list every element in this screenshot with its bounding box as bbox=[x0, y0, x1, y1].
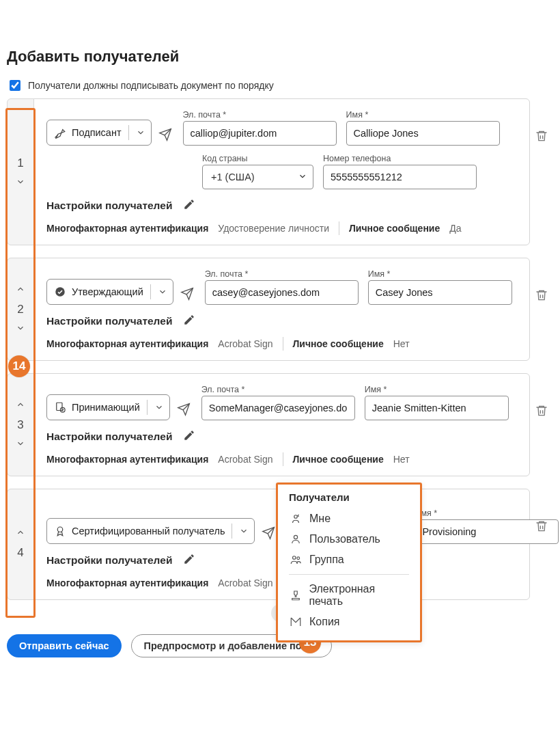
group-icon bbox=[289, 554, 303, 566]
document-accept-icon bbox=[54, 401, 66, 413]
country-code-select[interactable]: +1 (США) bbox=[202, 165, 313, 189]
private-msg-label: Личное сообщение bbox=[293, 454, 384, 465]
mfa-label: Многофакторная аутентификация bbox=[46, 454, 208, 465]
popup-item-label: Электронная печать bbox=[309, 583, 409, 608]
svg-point-5 bbox=[294, 535, 297, 539]
private-msg-value: Да bbox=[449, 223, 461, 234]
email-label: Эл. почта * bbox=[201, 385, 355, 394]
page-title: Добавить получателей bbox=[7, 48, 553, 66]
pencil-icon bbox=[183, 429, 195, 444]
mfa-value: Acrobat Sign bbox=[218, 338, 272, 349]
recipient-row: 1 Подписант bbox=[7, 98, 553, 245]
email-input[interactable] bbox=[205, 280, 359, 305]
delete-recipient-button[interactable] bbox=[531, 128, 552, 146]
cc-icon bbox=[289, 616, 303, 628]
delete-recipient-button[interactable] bbox=[531, 403, 552, 420]
mfa-value: Удостоверение личности bbox=[218, 223, 329, 234]
recipient-settings-title: Настройки получателей bbox=[46, 554, 172, 567]
me-icon bbox=[289, 513, 303, 525]
role-select[interactable]: Принимающий bbox=[46, 394, 170, 420]
chevron-down-icon bbox=[158, 287, 167, 297]
recipient-row: 2 Утверждающий Эл. почта bbox=[7, 258, 553, 361]
email-input[interactable] bbox=[183, 121, 337, 146]
check-circle-icon bbox=[54, 286, 66, 298]
name-label: Имя * bbox=[368, 269, 512, 279]
popup-item-group[interactable]: Группа bbox=[289, 549, 409, 570]
trash-icon bbox=[535, 519, 548, 535]
country-code-value: +1 (США) bbox=[211, 172, 255, 182]
recipient-card: Подписант Эл. почта * Имя * bbox=[33, 98, 530, 245]
country-code-label: Код страны bbox=[202, 154, 313, 163]
name-input[interactable] bbox=[365, 396, 509, 420]
paper-plane-icon[interactable] bbox=[262, 522, 277, 540]
user-icon bbox=[289, 533, 303, 545]
delete-recipient-button[interactable] bbox=[531, 288, 552, 305]
recipient-type-popup: Получатели Мне Пользователь Группа Элект… bbox=[276, 482, 422, 642]
svg-point-7 bbox=[297, 557, 300, 560]
svg-point-6 bbox=[293, 556, 296, 560]
popup-item-me[interactable]: Мне bbox=[289, 508, 409, 529]
edit-settings-button[interactable] bbox=[179, 429, 199, 444]
name-label: Имя * bbox=[346, 110, 500, 120]
mfa-value: Acrobat Sign bbox=[218, 577, 272, 588]
delete-recipient-button[interactable] bbox=[531, 519, 552, 536]
role-label: Сертифицированный получатель bbox=[72, 526, 225, 536]
callout-highlight-14 bbox=[5, 108, 36, 618]
order-checkbox[interactable] bbox=[10, 80, 20, 91]
recipient-card: Принимающий Эл. почта * Имя * bbox=[33, 373, 530, 476]
trash-icon bbox=[535, 288, 548, 304]
trash-icon bbox=[535, 129, 548, 145]
svg-point-4 bbox=[294, 515, 298, 519]
mfa-label: Многофакторная аутентификация bbox=[46, 338, 208, 349]
role-select[interactable]: Сертифицированный получатель bbox=[46, 518, 255, 544]
edit-settings-button[interactable] bbox=[179, 198, 199, 213]
edit-settings-button[interactable] bbox=[179, 552, 199, 568]
paper-plane-icon[interactable] bbox=[177, 398, 192, 416]
svg-rect-1 bbox=[57, 403, 62, 410]
send-now-button[interactable]: Отправить сейчас bbox=[7, 634, 122, 657]
private-msg-value: Нет bbox=[393, 454, 410, 465]
chevron-down-icon bbox=[154, 403, 164, 412]
pencil-icon bbox=[183, 198, 195, 213]
paper-plane-icon[interactable] bbox=[158, 124, 173, 141]
private-msg-value: Нет bbox=[393, 338, 410, 349]
role-label: Подписант bbox=[72, 127, 122, 138]
svg-point-0 bbox=[55, 287, 65, 297]
popup-item-user[interactable]: Пользователь bbox=[289, 529, 409, 549]
popup-item-eseal[interactable]: Электронная печать bbox=[289, 579, 409, 612]
email-input[interactable] bbox=[201, 396, 355, 420]
stamp-icon bbox=[289, 589, 302, 601]
role-select[interactable]: Утверждающий bbox=[46, 279, 173, 305]
popup-item-copy[interactable]: Копия bbox=[289, 612, 409, 632]
private-msg-label: Личное сообщение bbox=[293, 338, 384, 349]
role-label: Принимающий bbox=[72, 402, 140, 413]
edit-settings-button[interactable] bbox=[179, 313, 199, 329]
recipient-settings-title: Настройки получателей bbox=[46, 315, 172, 327]
recipient-row: 3 Принимающий Эл. почта * bbox=[7, 373, 553, 476]
email-label: Эл. почта * bbox=[205, 269, 359, 279]
chevron-down-icon bbox=[136, 128, 145, 137]
mfa-value: Acrobat Sign bbox=[218, 454, 272, 465]
chevron-down-icon bbox=[239, 526, 249, 536]
popup-item-label: Группа bbox=[309, 554, 344, 566]
trash-icon bbox=[535, 404, 548, 420]
phone-input[interactable] bbox=[323, 165, 477, 189]
private-msg-label: Личное сообщение bbox=[349, 223, 440, 234]
recipient-settings-title: Настройки получателей bbox=[46, 200, 172, 212]
phone-label: Номер телефона bbox=[323, 154, 477, 163]
name-input[interactable] bbox=[346, 121, 500, 146]
pen-nib-icon bbox=[54, 126, 66, 139]
name-input[interactable] bbox=[368, 280, 512, 305]
paper-plane-icon[interactable] bbox=[180, 283, 195, 301]
popup-item-label: Копия bbox=[309, 616, 339, 628]
email-label: Эл. почта * bbox=[183, 110, 337, 120]
name-label: Имя * bbox=[365, 385, 509, 394]
chevron-down-icon bbox=[298, 172, 307, 183]
popup-title: Получатели bbox=[289, 491, 409, 503]
order-checkbox-row[interactable]: Получатели должны подписывать документ п… bbox=[7, 78, 553, 93]
ribbon-icon bbox=[54, 525, 66, 537]
popup-item-label: Пользователь bbox=[309, 533, 380, 545]
role-select[interactable]: Подписант bbox=[46, 120, 152, 146]
role-label: Утверждающий bbox=[72, 286, 143, 297]
mfa-label: Многофакторная аутентификация bbox=[46, 577, 208, 588]
